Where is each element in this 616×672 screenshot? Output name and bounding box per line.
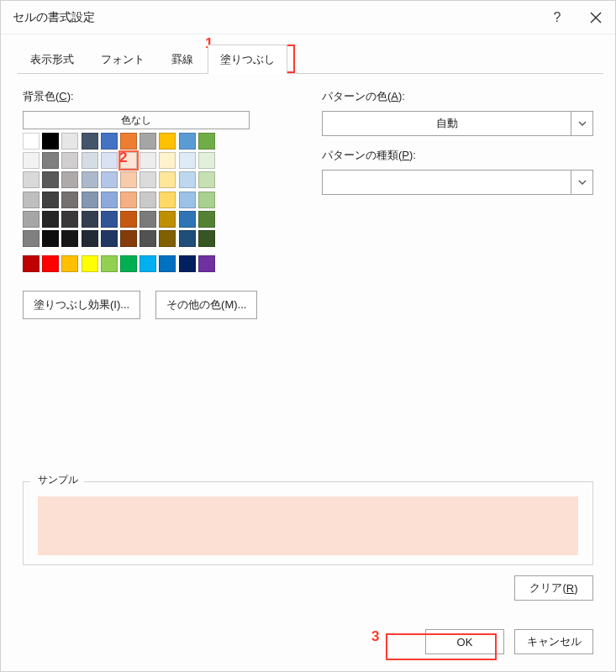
tab-fill[interactable]: 塗りつぶし [208,45,287,74]
color-swatch[interactable] [120,230,137,247]
color-swatch[interactable] [120,211,137,228]
color-swatch[interactable] [42,192,59,208]
fill-effects-button[interactable]: 塗りつぶし効果(I)... [23,291,140,319]
color-swatch[interactable] [140,255,156,272]
color-swatch[interactable] [61,192,78,208]
color-swatch[interactable] [159,255,176,272]
color-swatch[interactable] [140,133,156,150]
color-swatch[interactable] [101,255,118,272]
color-swatch[interactable] [82,230,98,247]
color-swatch[interactable] [140,230,156,247]
close-button[interactable] [577,1,615,34]
color-swatch[interactable] [42,152,59,169]
no-color-button[interactable]: 色なし [23,111,250,129]
color-swatch[interactable] [23,152,39,169]
tab-number-format[interactable]: 表示形式 [18,45,87,74]
color-swatch[interactable] [42,255,59,272]
color-swatch[interactable] [101,152,118,169]
color-swatch[interactable] [198,192,215,208]
tab-font[interactable]: フォント [88,45,157,74]
color-swatch[interactable] [101,171,118,188]
color-swatch[interactable] [140,152,156,169]
chevron-down-icon [578,119,587,128]
pattern-type-select[interactable] [322,170,571,195]
color-swatch[interactable] [101,192,118,208]
color-swatch[interactable] [101,230,118,247]
color-swatch[interactable] [23,230,39,247]
color-swatch[interactable] [61,255,78,272]
color-swatch[interactable] [140,211,156,228]
color-swatch[interactable] [198,230,215,247]
chevron-down-icon [578,178,587,186]
color-swatch[interactable] [101,133,118,150]
color-swatch[interactable] [61,211,78,228]
color-swatch[interactable] [23,211,39,228]
ok-button[interactable]: OK [425,629,504,654]
pattern-type-label: パターンの種類(P): [322,148,593,163]
color-swatch[interactable] [82,133,98,150]
color-swatch[interactable] [82,255,98,272]
color-swatch[interactable] [159,133,176,150]
color-swatch[interactable] [42,211,59,228]
color-swatch[interactable] [159,171,176,188]
color-swatch[interactable] [120,152,137,169]
color-swatch[interactable] [179,255,196,272]
sample-preview [38,496,578,555]
clear-button[interactable]: クリア(R) [514,575,593,601]
color-swatch[interactable] [120,171,137,188]
help-button[interactable]: ? [538,1,577,34]
title-bar: セルの書式設定 ? [1,1,615,34]
bg-color-label: 背景色(C): [23,89,283,104]
pattern-color-dropdown[interactable] [571,111,593,136]
color-swatch[interactable] [23,255,39,272]
color-swatch[interactable] [198,171,215,188]
color-swatch[interactable] [61,171,78,188]
color-swatch[interactable] [23,171,39,188]
color-swatch[interactable] [140,171,156,188]
color-swatch[interactable] [179,171,196,188]
pattern-color-field: 自動 [322,111,593,136]
color-swatch[interactable] [61,152,78,169]
tab-strip: 表示形式 フォント 罫線 塗りつぶし [1,43,615,73]
dialog-cell-format: セルの書式設定 ? 表示形式 フォント 罫線 塗りつぶし 背景色(C): 色なし [0,0,616,672]
color-swatch[interactable] [179,211,196,228]
color-swatch[interactable] [42,230,59,247]
color-swatch[interactable] [159,211,176,228]
pattern-type-dropdown[interactable] [571,170,593,195]
more-colors-button[interactable]: その他の色(M)... [155,291,257,319]
color-swatch[interactable] [42,171,59,188]
color-swatch[interactable] [140,192,156,208]
color-swatch[interactable] [198,133,215,150]
pattern-color-label: パターンの色(A): [322,89,593,104]
color-swatch[interactable] [120,255,137,272]
sample-section: サンプル [23,473,593,565]
color-swatch[interactable] [82,171,98,188]
color-swatch[interactable] [198,211,215,228]
color-swatch[interactable] [120,133,137,150]
color-swatch[interactable] [82,211,98,228]
tab-border[interactable]: 罫線 [159,45,206,74]
color-swatch[interactable] [101,211,118,228]
color-swatch[interactable] [179,152,196,169]
color-swatch[interactable] [23,133,39,150]
pattern-section: パターンの色(A): 自動 パターンの種類(P): [322,89,593,466]
color-swatch[interactable] [198,255,215,272]
color-swatch[interactable] [179,192,196,208]
color-swatch[interactable] [179,230,196,247]
color-swatch[interactable] [159,152,176,169]
cancel-button[interactable]: キャンセル [514,629,593,654]
color-swatch[interactable] [159,230,176,247]
color-swatch[interactable] [179,133,196,150]
close-icon [590,12,602,24]
pattern-color-select[interactable]: 自動 [322,111,571,136]
color-swatch[interactable] [61,230,78,247]
color-swatch[interactable] [120,192,137,208]
color-swatch[interactable] [82,192,98,208]
pattern-type-field [322,170,593,195]
color-swatch[interactable] [82,152,98,169]
color-swatch[interactable] [23,192,39,208]
color-swatch[interactable] [198,152,215,169]
color-swatch[interactable] [61,133,78,150]
color-swatch[interactable] [159,192,176,208]
color-swatch[interactable] [42,133,59,150]
